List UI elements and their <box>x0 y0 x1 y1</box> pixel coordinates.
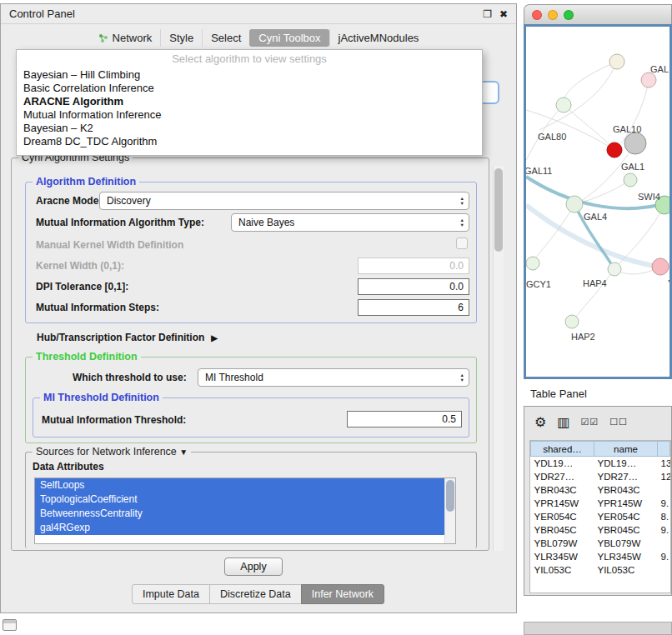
sources-title[interactable]: Sources for Network Inference ▼ <box>33 446 191 458</box>
algorithm-option[interactable]: Dream8 DC_TDC Algorithm <box>17 135 482 148</box>
table-cell[interactable]: YIL053C <box>594 563 658 577</box>
network-node[interactable] <box>608 262 621 276</box>
float-window-icon[interactable]: ❐ <box>483 8 492 20</box>
table-cell[interactable]: 12 <box>658 470 670 483</box>
network-node[interactable] <box>556 98 571 112</box>
attribute-list-scrollbar[interactable] <box>444 478 455 543</box>
table-row[interactable]: YIL053CYIL053C <box>531 563 670 577</box>
node-table-body: YDL19…YDL19…13YDR27…YDR27…12YBR043CYBR04… <box>531 457 670 577</box>
tab-cyni-toolbox[interactable]: Cyni Toolbox <box>249 29 328 47</box>
gear-icon[interactable]: ⚙ <box>534 414 546 430</box>
data-attribute-item[interactable]: gal4RGexp <box>35 521 445 535</box>
network-node[interactable] <box>607 142 622 158</box>
table-cell[interactable]: 9. <box>658 523 670 537</box>
tab-impute-data[interactable]: Impute Data <box>132 584 210 604</box>
manual-kernel-checkbox[interactable] <box>456 238 468 249</box>
mi-steps-input[interactable]: 6 <box>358 299 469 316</box>
table-cell[interactable]: YLR345W <box>531 550 594 563</box>
dpi-tolerance-input[interactable]: 0.0 <box>358 278 469 295</box>
table-cell[interactable]: YDL19… <box>531 457 594 470</box>
table-cell[interactable]: YBR043C <box>531 483 594 497</box>
table-row[interactable]: YDL19…YDL19…13 <box>531 457 670 470</box>
control-panel-titlebar[interactable]: Control Panel ❐ ✖ <box>1 4 516 24</box>
network-edge[interactable] <box>526 110 614 150</box>
select-all-icon[interactable]: ☑☑ <box>580 417 599 428</box>
table-row[interactable]: YLR345WYLR345W9. <box>531 550 670 563</box>
algorithm-option[interactable]: ARACNE Algorithm <box>17 95 482 108</box>
table-cell[interactable]: YIL053C <box>531 563 594 577</box>
mi-type-select[interactable]: Naive Bayes ▲▼ <box>231 213 469 232</box>
table-row[interactable]: YBL079WYBL079W <box>531 537 670 550</box>
which-threshold-select[interactable]: MI Threshold ▲▼ <box>198 368 469 387</box>
table-cell[interactable]: YBL079W <box>594 537 658 550</box>
tab-select[interactable]: Select <box>202 29 249 47</box>
table-cell[interactable] <box>658 563 670 577</box>
network-edge[interactable] <box>578 180 630 203</box>
network-node[interactable] <box>641 72 656 88</box>
network-node[interactable] <box>526 257 539 270</box>
table-cell[interactable]: YER054C <box>594 510 658 523</box>
network-node[interactable] <box>652 258 669 275</box>
tab-discretize-data[interactable]: Discretize Data <box>209 584 302 604</box>
data-attribute-item[interactable]: TopologicalCoefficient <box>35 492 445 507</box>
data-attributes-list[interactable]: SelfLoopsTopologicalCoefficientBetweenne… <box>34 478 456 544</box>
table-cell[interactable]: YDR27… <box>594 470 658 483</box>
table-row[interactable]: YDR27…YDR27…12 <box>531 470 670 483</box>
column-header-name[interactable]: name <box>594 442 658 457</box>
algorithm-option[interactable]: Bayesian – Hill Climbing <box>17 68 482 82</box>
zoom-traffic-icon[interactable] <box>564 10 574 20</box>
network-node[interactable] <box>609 54 624 69</box>
data-attribute-item[interactable]: SelfLoops <box>35 478 445 492</box>
table-cell[interactable]: 9. <box>658 497 670 510</box>
table-cell[interactable]: YBL079W <box>531 537 594 550</box>
network-edge[interactable] <box>578 143 635 202</box>
network-node[interactable] <box>624 173 637 187</box>
network-canvas[interactable]: GALGAL80GAL10GAL11GAL1SWI4GAL4GCY1HAP4YH… <box>524 24 672 379</box>
minimized-panel-icon[interactable] <box>3 619 17 631</box>
network-graph[interactable]: GALGAL80GAL10GAL11GAL1SWI4GAL4GCY1HAP4YH… <box>526 27 669 379</box>
table-cell[interactable]: 13 <box>658 457 670 470</box>
settings-scrollbar[interactable] <box>493 166 504 551</box>
algorithm-option[interactable]: Bayesian – K2 <box>17 122 482 135</box>
table-cell[interactable]: YPR145W <box>594 497 658 510</box>
tab-infer-network[interactable]: Infer Network <box>301 584 384 604</box>
tab-jactivemnodules[interactable]: jActiveMNodules <box>329 29 428 47</box>
table-cell[interactable]: YDR27… <box>531 470 594 483</box>
table-cell[interactable]: YBR045C <box>594 523 658 537</box>
table-row[interactable]: YBR043CYBR043C <box>531 483 670 497</box>
apply-button[interactable]: Apply <box>224 558 283 576</box>
table-row[interactable]: YER054CYER054C8. <box>531 510 670 523</box>
table-cell[interactable]: YPR145W <box>531 497 594 510</box>
table-cell[interactable]: YBR045C <box>531 523 594 537</box>
network-window-titlebar[interactable] <box>524 4 672 24</box>
table-cell[interactable] <box>658 483 670 497</box>
tab-network[interactable]: Network <box>90 29 161 47</box>
table-cell[interactable]: YBR043C <box>594 483 658 497</box>
column-header-clipped[interactable] <box>658 442 670 457</box>
table-cell[interactable]: 8. <box>658 510 670 523</box>
table-cell[interactable]: 9. <box>658 550 670 563</box>
algorithm-definition-group: Algorithm Definition Aracne Mode: Discov… <box>25 182 477 323</box>
tab-style[interactable]: Style <box>160 29 202 47</box>
algorithm-option[interactable]: Mutual Information Inference <box>17 108 482 122</box>
hub-tf-definition-toggle[interactable]: Hub/Transcription Factor Definition ▶ <box>37 332 218 343</box>
deselect-all-icon[interactable]: ☐☐ <box>609 417 628 428</box>
close-icon[interactable]: ✖ <box>499 8 508 20</box>
table-cell[interactable]: YDL19… <box>594 457 658 470</box>
close-traffic-icon[interactable] <box>532 10 542 20</box>
column-header-shared[interactable]: shared… <box>531 442 594 457</box>
mi-threshold-input[interactable]: 0.5 <box>347 411 462 428</box>
network-node[interactable] <box>565 315 579 328</box>
network-node[interactable] <box>624 132 646 154</box>
aracne-mode-select[interactable]: Discovery ▲▼ <box>99 192 469 210</box>
network-node[interactable] <box>566 196 583 212</box>
table-cell[interactable] <box>658 537 670 550</box>
data-attribute-item[interactable]: BetweennessCentrality <box>35 507 445 521</box>
table-row[interactable]: YPR145WYPR145W9. <box>531 497 670 510</box>
minimize-traffic-icon[interactable] <box>548 10 558 20</box>
table-cell[interactable]: YER054C <box>531 510 594 523</box>
table-cell[interactable]: YLR345W <box>594 550 658 563</box>
table-row[interactable]: YBR045CYBR045C9. <box>531 523 670 537</box>
algorithm-option[interactable]: Basic Correlation Inference <box>17 82 482 95</box>
columns-icon[interactable]: ▥ <box>557 414 569 430</box>
